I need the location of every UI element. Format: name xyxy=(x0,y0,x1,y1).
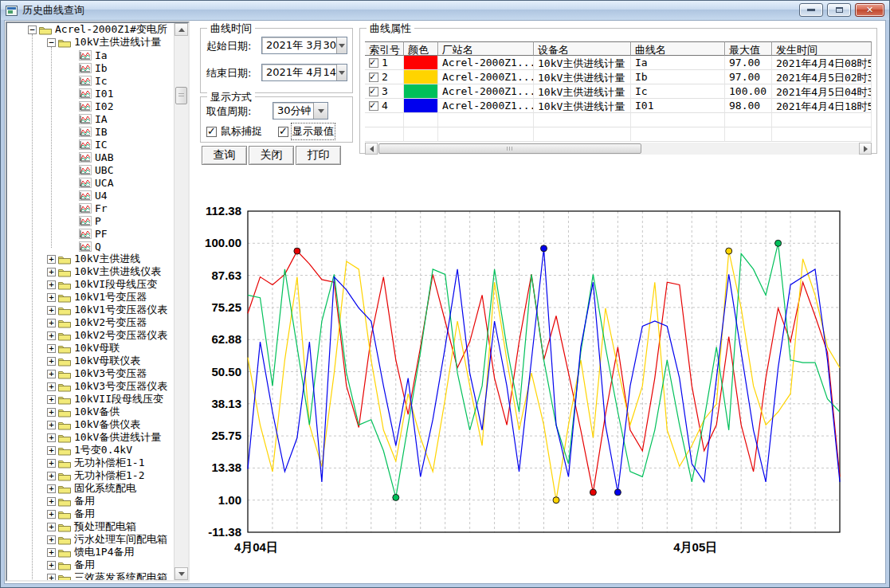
tree-item-label: U4 xyxy=(95,190,108,202)
scrollbar-thumb[interactable] xyxy=(175,87,187,104)
close-button[interactable]: ✕ xyxy=(855,3,884,17)
table-row[interactable]: 1Acrel-2000Z1...10kV主供进线计量Ia97.002021年4月… xyxy=(365,56,872,70)
query-button[interactable]: 查询 xyxy=(202,146,247,165)
expand-toggle[interactable]: + xyxy=(47,510,56,519)
row-checkbox[interactable] xyxy=(369,101,378,111)
collapse-toggle[interactable]: − xyxy=(28,25,37,34)
station-name-cell: Acrel-2000Z1... xyxy=(438,56,534,70)
end-date-label: 结束日期: xyxy=(206,66,251,80)
folder-icon xyxy=(58,394,71,405)
expand-toggle[interactable]: + xyxy=(47,446,56,455)
row-checkbox[interactable] xyxy=(369,58,378,68)
checkbox-icon[interactable] xyxy=(206,127,217,137)
tree-item-label: Fr xyxy=(95,202,108,214)
dropdown-arrow-icon[interactable] xyxy=(336,65,347,80)
curve-color-swatch xyxy=(404,70,437,84)
expand-toggle[interactable]: + xyxy=(47,395,56,404)
expand-toggle[interactable]: + xyxy=(47,370,56,378)
tree-guide-line xyxy=(51,47,52,248)
expand-toggle[interactable]: + xyxy=(47,497,56,506)
expand-toggle[interactable]: + xyxy=(47,293,56,302)
scroll-down-button[interactable] xyxy=(174,567,188,580)
curve-time-group: 曲线时间 起始日期: 2021年 3月30 结束日期: 2021年 4月14 xyxy=(200,28,353,93)
scroll-up-button[interactable] xyxy=(174,23,188,36)
expand-toggle[interactable]: + xyxy=(47,280,56,289)
device-name-cell: 10kV主供进线计量 xyxy=(534,70,631,84)
row-checkbox[interactable] xyxy=(369,73,378,82)
expand-toggle[interactable]: + xyxy=(47,561,56,570)
expand-toggle[interactable]: + xyxy=(47,357,56,366)
column-header[interactable]: 设备名 xyxy=(534,41,631,56)
marker-Ib-max xyxy=(726,248,732,254)
expand-toggle[interactable]: + xyxy=(47,344,56,353)
expand-toggle[interactable]: + xyxy=(47,382,56,391)
tree-vertical-scrollbar[interactable] xyxy=(174,23,188,580)
expand-toggle[interactable]: + xyxy=(47,255,56,264)
folder-icon xyxy=(58,484,71,494)
dropdown-arrow-icon[interactable] xyxy=(336,37,347,53)
minimize-button[interactable] xyxy=(799,3,823,17)
show-extremes-label: 显示最值 xyxy=(292,124,334,139)
dropdown-arrow-icon[interactable] xyxy=(313,103,327,119)
checkbox-icon[interactable] xyxy=(278,127,288,137)
expand-toggle[interactable]: + xyxy=(47,484,56,493)
max-value-cell: 98.00 xyxy=(725,99,772,113)
period-label: 取值周期: xyxy=(206,104,251,119)
table-horizontal-scrollbar[interactable] xyxy=(365,143,872,155)
column-header[interactable]: 发生时间 xyxy=(772,41,872,56)
expand-toggle[interactable]: + xyxy=(47,408,56,417)
curve-color-swatch xyxy=(404,56,437,69)
maximize-button[interactable] xyxy=(827,3,851,17)
curve-icon xyxy=(79,114,92,124)
period-combobox[interactable]: 30分钟 xyxy=(272,102,328,120)
curve-icon xyxy=(79,216,92,226)
show-extremes-checkbox[interactable]: 显示最值 xyxy=(278,124,334,139)
end-date-combobox[interactable]: 2021年 4月14 xyxy=(261,64,347,81)
scrollbar-thumb[interactable] xyxy=(378,143,641,154)
tree-item-label: UAB xyxy=(95,151,113,163)
table-row[interactable]: 4Acrel-2000Z1...10kV主供进线计量I0198.002021年4… xyxy=(365,99,872,113)
expand-toggle[interactable]: + xyxy=(47,421,56,429)
curve-time-group-label: 曲线时间 xyxy=(207,22,255,36)
curve-color-swatch xyxy=(404,99,437,112)
curve-icon xyxy=(79,127,92,137)
expand-toggle[interactable]: + xyxy=(47,459,56,468)
device-name-cell: 10kV主供进线计量 xyxy=(534,84,631,99)
expand-toggle[interactable]: + xyxy=(47,523,56,531)
scroll-right-button[interactable] xyxy=(859,143,872,155)
mouse-capture-checkbox[interactable]: 鼠标捕捉 xyxy=(206,124,262,139)
expand-toggle[interactable]: + xyxy=(47,548,56,557)
scroll-left-button[interactable] xyxy=(365,143,378,155)
start-date-combobox[interactable]: 2021年 3月30 xyxy=(261,37,347,54)
table-row[interactable]: 2Acrel-2000Z1...10kV主供进线计量Ib97.002021年4月… xyxy=(365,70,872,84)
start-date-label: 起始日期: xyxy=(206,39,251,53)
column-header[interactable]: 曲线名 xyxy=(631,41,725,56)
column-header[interactable]: 颜色 xyxy=(404,41,438,56)
y-axis-tick-label: 112.38 xyxy=(206,204,241,218)
row-checkbox[interactable] xyxy=(369,87,378,96)
marker-Ic-min xyxy=(393,494,399,500)
column-header[interactable]: 索引号 xyxy=(365,41,404,56)
expand-toggle[interactable]: + xyxy=(47,331,56,340)
mouse-capture-label: 鼠标捕捉 xyxy=(221,124,262,139)
collapse-toggle[interactable]: − xyxy=(47,38,56,47)
print-button[interactable]: 打印 xyxy=(296,146,341,165)
table-row[interactable]: 3Acrel-2000Z1...10kV主供进线计量Ic100.002021年4… xyxy=(365,84,872,99)
curve-icon xyxy=(79,190,92,201)
marker-I01-max xyxy=(541,245,547,252)
expand-toggle[interactable]: + xyxy=(47,268,56,276)
column-header[interactable]: 厂站名 xyxy=(438,41,534,56)
folder-icon xyxy=(58,382,71,392)
curve-name-cell: Ic xyxy=(631,84,725,99)
expand-toggle[interactable]: + xyxy=(47,472,56,480)
expand-toggle[interactable]: + xyxy=(47,535,56,544)
tree-item-label: UBC xyxy=(95,164,113,176)
expand-toggle[interactable]: + xyxy=(47,433,56,442)
expand-toggle[interactable]: + xyxy=(47,319,56,327)
close-dialog-button[interactable]: 关闭 xyxy=(249,146,294,165)
folder-icon xyxy=(58,254,71,265)
expand-toggle[interactable]: + xyxy=(47,574,56,581)
expand-toggle[interactable]: + xyxy=(47,306,56,315)
thumb-grip xyxy=(507,147,513,151)
column-header[interactable]: 最大值 xyxy=(725,41,772,56)
